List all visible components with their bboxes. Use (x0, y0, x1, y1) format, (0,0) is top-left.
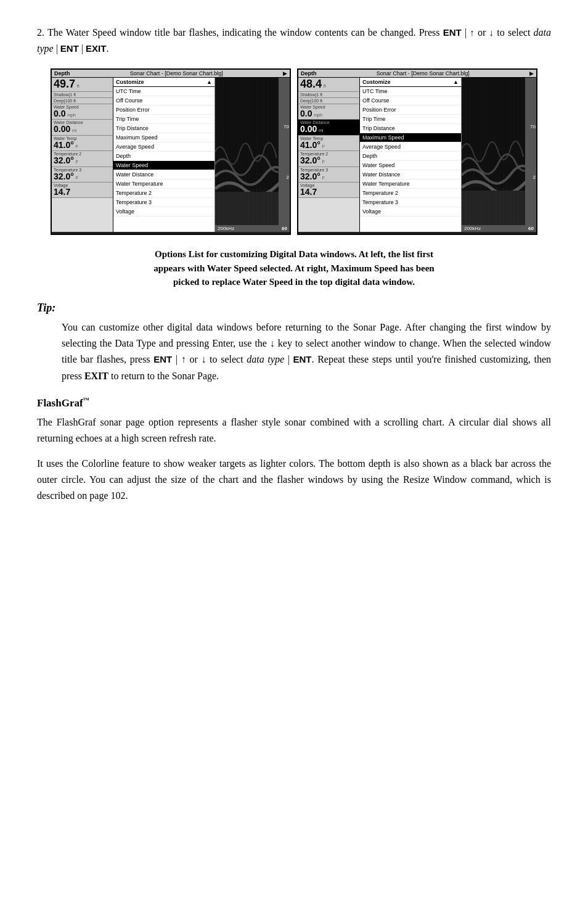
depth-val-right: 48.4 (300, 78, 322, 90)
list-item-temp3-right: Temperature 3 (360, 198, 461, 207)
dw-waterdist-left: Water Distance 0.00 mi (52, 120, 113, 135)
step-number: 2. (37, 27, 44, 38)
deep-label-left: Deep|100 ft (54, 99, 111, 103)
left-bottom-depth: 60 (282, 226, 287, 231)
list-item-poserr-left: Position Error (113, 105, 214, 115)
dw-voltage-left: Voltage 14.7 (52, 183, 113, 198)
wt-unit-left: F (76, 144, 78, 149)
t3-unit-right: F (322, 176, 325, 180)
list-item-voltage-right: Voltage (360, 207, 461, 216)
dw-temp3-left: Temperature 3 32.0° F (52, 167, 113, 183)
left-customize-list: UTC Time Off Course Position Error Trip … (113, 87, 214, 232)
trademark-symbol: ™ (83, 397, 89, 403)
wd-unit-left: mi (72, 128, 76, 133)
wd-val-right: 0.00 (300, 124, 317, 134)
key-exit: EXIT (86, 43, 106, 54)
left-screen-arrow: ▶ (283, 70, 287, 76)
left-data-panel: 49.7 ft Shallow|1 ft Deep|100 ft Water S… (52, 78, 113, 232)
dw-depth-left: 49.7 ft (52, 78, 113, 92)
right-customize-list: UTC Time Off Course Position Error Trip … (360, 87, 461, 232)
list-item-triptime-right: Trip Time (360, 115, 461, 124)
right-scale-bar: 70 2 4 (525, 78, 536, 232)
dw-temp2-right: Temperature 2 32.0° F (298, 151, 359, 167)
dw-waterspeed-right: Water Speed 0.0 mph (298, 104, 359, 120)
end-period: . (106, 43, 108, 54)
ws-val-right: 0.0 (300, 109, 312, 118)
tip-body: You can customize other digital data win… (62, 319, 551, 385)
left-chart-panel: 70 2 4 200kHz 60 (215, 78, 290, 232)
dw-shallow-left: Shallow|1 ft (52, 92, 113, 98)
tip-key-ent: ENT (153, 354, 172, 364)
wt-unit-right: F (322, 144, 325, 149)
wt-val-right: 41.0° (300, 140, 321, 150)
right-titlebar: Depth Sonar Chart - [Demo Sonar Chart.bl… (298, 70, 536, 78)
dw-watertemp-right: Water Temp 41.0° F (298, 136, 359, 151)
caption: Options List for customizing Digital Dat… (78, 247, 510, 289)
left-titlebar: Depth Sonar Chart - [Demo Sonar Chart.bl… (52, 70, 290, 78)
right-screen-depth-title: Depth (301, 70, 317, 76)
list-item-watertemp-right: Water Temperature (360, 179, 461, 189)
flashgraf-para1: The FlashGraf sonar page option represen… (37, 414, 551, 447)
left-sonar-bg: 70 2 4 (215, 78, 290, 232)
tip-key-ent2: ENT (293, 354, 312, 364)
t2-val-left: 32.0° (54, 155, 74, 165)
key-down: ↓ (489, 27, 494, 38)
ws-val-left: 0.0 (54, 109, 65, 118)
list-item-waterspeed-left: Water Speed (113, 161, 214, 170)
flashgraf-section: FlashGraf™ The FlashGraf sonar page opti… (37, 397, 551, 504)
depth-unit-left: ft (77, 84, 80, 88)
list-item-offcourse-right: Off Course (360, 96, 461, 105)
list-item-tripdist-right: Trip Distance (360, 124, 461, 133)
list-item-temp2-right: Temperature 2 (360, 189, 461, 198)
depth-val-left: 49.7 (54, 78, 75, 90)
list-item-depth-left: Depth (113, 152, 214, 161)
list-item-offcourse-left: Off Course (113, 96, 214, 105)
scale-70-left: 70 (279, 124, 289, 130)
left-freq: 200kHz (218, 226, 234, 231)
t3-unit-left: F (76, 176, 78, 180)
list-item-waterdist-right: Water Distance (360, 170, 461, 179)
dw-deep-left: Deep|100 ft (52, 98, 113, 104)
left-screen-depth-title: Depth (54, 70, 70, 76)
right-screen-arrow: ▶ (529, 70, 534, 76)
dw-voltage-right: Voltage 14.7 (298, 183, 359, 198)
caption-line3: picked to replace Water Speed in the top… (78, 275, 510, 289)
list-item-avgspeed-left: Average Speed (113, 142, 214, 152)
scale-2-right: 2 (526, 175, 536, 180)
list-item-temp3-left: Temperature 3 (113, 198, 214, 207)
list-item-voltage-left: Voltage (113, 207, 214, 216)
intro-text3: to select (497, 27, 533, 38)
t2-unit-right: F (322, 160, 325, 164)
list-item-avgspeed-right: Average Speed (360, 142, 461, 152)
right-sonar-screen: Depth Sonar Chart - [Demo Sonar Chart.bl… (297, 68, 537, 235)
dw-shallow-right: Shallow|1 ft (298, 92, 359, 98)
right-scroll-up: ▲ (453, 79, 459, 85)
dw-deep-right: Deep|100 ft (298, 98, 359, 104)
sep1: | (462, 27, 470, 38)
caption-line1: Options List for customizing Digital Dat… (78, 247, 510, 261)
right-customize-panel: Customize ▲ UTC Time Off Course Position… (360, 78, 462, 232)
left-scale-bar: 70 2 4 (279, 78, 290, 232)
list-item-poserr-right: Position Error (360, 105, 461, 115)
caption-line2: appears with Water Speed selected. At ri… (78, 261, 510, 276)
dw-temp2-left: Temperature 2 32.0° F (52, 151, 113, 167)
wd-val-left: 0.00 (54, 124, 70, 134)
t2-unit-left: F (76, 160, 78, 164)
shallow-label-right: Shallow|1 ft (300, 93, 357, 97)
tip-heading: Tip: (37, 302, 551, 315)
right-chart-panel: 70 2 4 200kHz 60 (462, 78, 536, 232)
ws-unit-left: mph (67, 113, 76, 117)
right-screen-body: 48.4 ft Shallow|1 ft Deep|100 ft Water S… (298, 78, 536, 232)
dw-waterspeed-left: Water Speed 0.0 mph (52, 104, 113, 120)
left-sonar-screen: Depth Sonar Chart - [Demo Sonar Chart.bl… (51, 68, 291, 235)
t3-val-right: 32.0° (300, 171, 321, 181)
intro-or: or (478, 27, 489, 38)
key-up: ↑ (470, 27, 475, 38)
left-customize-label: Customize (116, 79, 144, 85)
right-bottom-depth: 60 (528, 226, 534, 231)
flashgraf-heading: FlashGraf™ (37, 397, 551, 409)
page-content: 2. The Water Speed window title bar flas… (37, 25, 551, 504)
list-item-utc-right: UTC Time (360, 87, 461, 96)
wd-unit-right: mi (319, 128, 323, 133)
dw-watertemp-left: Water Temp 41.0° F (52, 136, 113, 151)
